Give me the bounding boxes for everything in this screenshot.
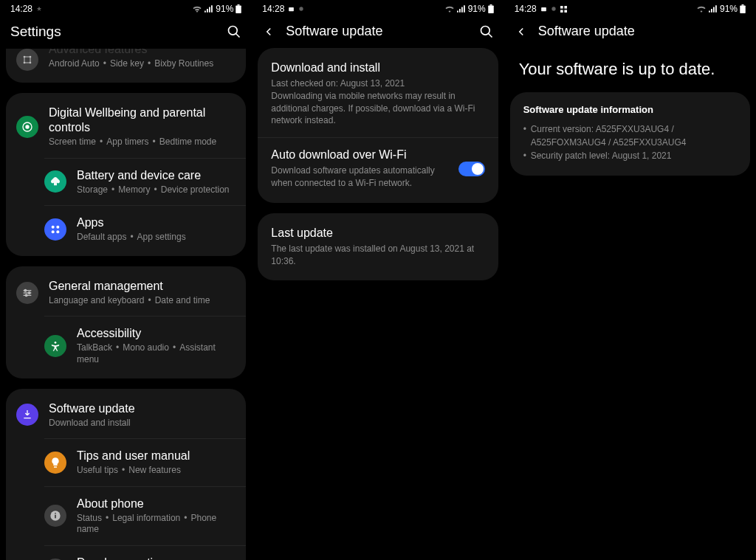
location-icon	[298, 6, 304, 12]
apps-icon	[44, 218, 66, 241]
row-title: Battery and device care	[77, 168, 234, 183]
screen-settings: 14:28 91% Settings Advanced features	[0, 0, 252, 560]
settings-row-about-phone[interactable]: About phoneStatusLegal informationPhone …	[44, 486, 246, 545]
settings-group: Digital Wellbeing and parental controlsS…	[6, 93, 246, 256]
wifi-icon	[696, 5, 707, 13]
svg-rect-27	[489, 4, 492, 6]
svg-rect-1	[238, 4, 240, 6]
advanced-features-icon	[16, 49, 38, 71]
svg-rect-23	[55, 513, 55, 514]
svg-rect-26	[488, 6, 494, 14]
wellbeing-icon	[16, 116, 38, 138]
settings-row-advanced-features[interactable]: Advanced features Android AutoSide keyBi…	[6, 49, 246, 80]
grid-icon	[560, 6, 567, 13]
general-icon	[16, 282, 38, 304]
settings-row-accessibility[interactable]: AccessibilityTalkBackMono audioAssistant…	[44, 316, 246, 375]
settings-group-truncated: Advanced features Android AutoSide keyBi…	[6, 49, 246, 83]
svg-point-18	[28, 291, 30, 294]
svg-point-12	[52, 230, 55, 233]
svg-rect-30	[541, 7, 546, 10]
settings-list[interactable]: Advanced features Android AutoSide keyBi…	[0, 49, 252, 560]
svg-rect-37	[741, 4, 743, 6]
up-to-date-message: Your software is up to date.	[504, 48, 756, 92]
battery-icon	[236, 4, 241, 13]
status-bar: 14:28 91%	[0, 0, 252, 16]
row-title: Digital Wellbeing and parental controls	[49, 106, 234, 135]
signal-icon	[457, 5, 466, 13]
settings-row-tips-and-user-manual[interactable]: Tips and user manualUseful tipsNew featu…	[44, 438, 246, 486]
row-title: General management	[49, 279, 234, 294]
svg-point-28	[481, 26, 489, 35]
accessibility-icon	[44, 335, 66, 357]
last-update-row[interactable]: Last update The last update was installe…	[258, 216, 498, 278]
settings-header: Settings	[0, 16, 252, 49]
update-info-item: Current version: A525FXXU3AUG4 / A525FOX…	[523, 122, 737, 149]
battery-icon	[740, 4, 746, 13]
auto-download-row[interactable]: Auto download over Wi-Fi Download softwa…	[258, 137, 498, 200]
signal-icon	[205, 5, 213, 13]
svg-line-29	[488, 33, 492, 37]
update-info-item: Security patch level: August 1, 2021	[523, 149, 737, 162]
update-info-heading: Software update information	[523, 104, 737, 115]
last-update-card: Last update The last update was installe…	[258, 213, 498, 281]
svg-point-31	[551, 7, 555, 10]
location-icon	[551, 6, 557, 12]
software-update-header: Software update	[252, 16, 504, 48]
battery-percent: 91%	[216, 4, 233, 14]
tips-icon	[44, 452, 66, 474]
row-sub: Download and install	[49, 418, 234, 429]
screen-software-up-to-date: 14:28 91% Software update Your software …	[504, 0, 756, 560]
row-title: Developer options	[77, 556, 234, 560]
update-info-card: Software update information Current vers…	[510, 92, 750, 176]
row-sub: Default appsApp settings	[77, 232, 234, 243]
page-title: Software update	[286, 24, 468, 39]
update-info-list: Current version: A525FXXU3AUG4 / A525FOX…	[523, 122, 737, 162]
wifi-icon	[444, 5, 455, 13]
battery-icon	[44, 170, 66, 193]
update-options-card: Download and install Last checked on: Au…	[258, 48, 498, 203]
row-title: Software update	[49, 401, 234, 416]
wifi-icon	[192, 5, 202, 13]
back-button[interactable]	[515, 25, 528, 38]
status-bar: 14:28 91%	[252, 0, 504, 16]
battery-percent: 91%	[720, 4, 738, 14]
svg-rect-32	[560, 6, 563, 9]
svg-point-10	[52, 226, 55, 229]
settings-row-developer-options[interactable]: Developer optionsDeveloper options	[44, 545, 246, 560]
screen-software-update: 14:28 91% Software update Download and i…	[252, 0, 504, 560]
settings-row-apps[interactable]: AppsDefault appsApp settings	[44, 205, 246, 253]
status-time: 14:28	[10, 4, 32, 14]
row-title: Accessibility	[77, 326, 234, 341]
status-time: 14:28	[262, 4, 284, 14]
download-install-row[interactable]: Download and install Last checked on: Au…	[258, 51, 498, 137]
row-sub: Screen timeApp timersBedtime mode	[49, 136, 234, 148]
page-title: Settings	[10, 24, 216, 40]
battery-percent: 91%	[468, 4, 486, 14]
settings-row-digital-wellbeing-and-parental-controls[interactable]: Digital Wellbeing and parental controlsS…	[6, 96, 246, 158]
row-sub: Android AutoSide keyBixby Routines	[49, 58, 234, 70]
settings-group: General managementLanguage and keyboardD…	[6, 266, 246, 378]
svg-point-13	[56, 230, 59, 233]
status-bar: 14:28 91%	[504, 0, 756, 16]
svg-rect-24	[289, 7, 294, 10]
signal-icon	[709, 5, 718, 13]
svg-rect-35	[564, 10, 567, 13]
search-icon[interactable]	[479, 24, 494, 39]
location-icon	[36, 6, 42, 12]
notif-icon	[540, 6, 547, 13]
row-title: About phone	[77, 497, 234, 511]
settings-row-battery-and-device-care[interactable]: Battery and device careStorageMemoryDevi…	[44, 158, 246, 206]
row-title: Apps	[77, 215, 234, 230]
search-icon[interactable]	[227, 24, 241, 39]
page-title: Software update	[538, 24, 746, 39]
about-icon	[44, 505, 66, 527]
auto-download-toggle[interactable]	[458, 162, 485, 176]
settings-row-software-update[interactable]: Software updateDownload and install	[6, 392, 246, 439]
software-update-header: Software update	[504, 16, 756, 48]
svg-line-3	[236, 34, 240, 38]
settings-row-general-management[interactable]: General managementLanguage and keyboardD…	[6, 269, 246, 317]
row-title: Tips and user manual	[77, 449, 234, 463]
svg-point-20	[55, 342, 57, 344]
svg-point-19	[25, 294, 27, 297]
back-button[interactable]	[262, 25, 275, 38]
